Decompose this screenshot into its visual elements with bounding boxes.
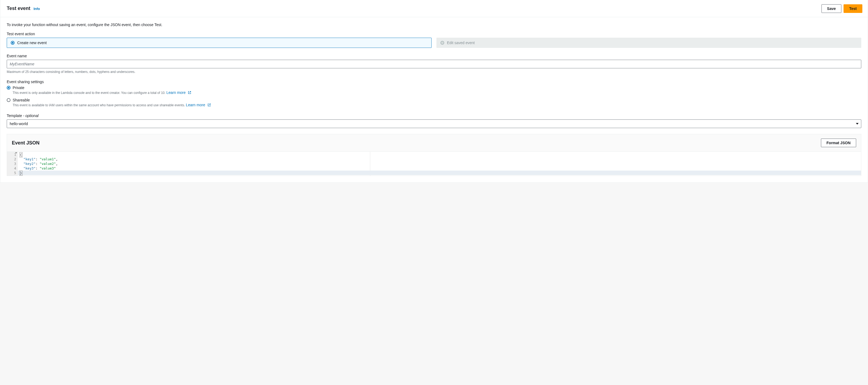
json-colon: : <box>35 157 39 161</box>
code-line: "key2": "value2", <box>19 161 859 166</box>
chevron-down-icon <box>856 123 859 124</box>
sharing-private-option[interactable]: Private <box>7 86 861 90</box>
template-label-text: Template <box>7 114 22 118</box>
radio-unchecked-icon <box>7 98 10 102</box>
gutter-line: 2 <box>7 157 16 161</box>
sharing-shareable-label: Shareable <box>13 98 30 102</box>
json-key: "key1" <box>23 157 35 161</box>
save-button[interactable]: Save <box>822 4 842 13</box>
test-button[interactable]: Test <box>843 4 862 13</box>
sharing-shareable-learn-more[interactable]: Learn more <box>186 103 211 107</box>
json-colon: : <box>35 166 39 170</box>
event-json-header: Event JSON Format JSON <box>7 134 861 152</box>
gutter-line: 4 <box>7 166 16 171</box>
sharing-shareable-desc-text: This event is available to IAM users wit… <box>13 103 186 107</box>
learn-more-label: Learn more <box>166 90 186 95</box>
intro-text: To invoke your function without saving a… <box>7 23 861 27</box>
page-title: Test event <box>7 6 30 11</box>
code-line: "key3": "value3" <box>19 166 859 171</box>
template-select[interactable]: hello-world <box>7 119 861 128</box>
gutter-line: 3 <box>7 161 16 166</box>
test-event-action-section: Test event action Create new event Edit … <box>7 32 861 48</box>
template-select-value: hello-world <box>10 122 28 126</box>
json-colon: : <box>35 162 39 166</box>
event-name-hint: Maximum of 25 characters consisting of l… <box>7 70 861 74</box>
event-name-section: Event name Maximum of 25 characters cons… <box>7 54 861 74</box>
panel-header-left: Test event Info <box>7 6 40 11</box>
sharing-private-learn-more[interactable]: Learn more <box>166 90 191 95</box>
action-edit-saved-event: Edit saved event <box>436 38 861 48</box>
external-link-icon <box>207 103 211 108</box>
info-link[interactable]: Info <box>34 7 40 11</box>
event-sharing-section: Event sharing settings Private This even… <box>7 80 861 108</box>
template-label: Template - optional <box>7 114 861 118</box>
event-json-editor[interactable]: 1 2 3 4 5 { "key1": "value1", "key2": "v… <box>7 152 861 176</box>
event-json-panel: Event JSON Format JSON 1 2 3 4 5 { "key1… <box>7 134 861 176</box>
gutter-line: 1 <box>7 152 16 157</box>
radio-checked-icon <box>11 41 14 45</box>
action-segmented: Create new event Edit saved event <box>7 38 861 48</box>
sharing-private-desc-text: This event is only available in the Lamb… <box>13 91 166 95</box>
json-comma: , <box>56 162 58 166</box>
json-key: "key3" <box>23 166 35 170</box>
json-value: "value1" <box>39 157 56 161</box>
json-value: "value2" <box>39 162 56 166</box>
radio-checked-icon <box>7 86 10 90</box>
template-section: Template - optional hello-world <box>7 114 861 128</box>
brace-close: } <box>19 171 23 176</box>
sharing-shareable-desc: This event is available to IAM users wit… <box>13 103 861 108</box>
action-create-label: Create new event <box>17 41 47 45</box>
event-json-title: Event JSON <box>12 140 39 146</box>
code-line: { <box>19 152 859 157</box>
panel-header: Test event Info Save Test <box>0 0 868 17</box>
sharing-private-desc: This event is only available in the Lamb… <box>13 90 861 95</box>
event-name-label: Event name <box>7 54 861 58</box>
sharing-private-label: Private <box>13 86 25 90</box>
action-edit-label: Edit saved event <box>447 41 475 45</box>
json-value: "value3" <box>39 166 56 170</box>
gutter-line: 5 <box>7 171 16 175</box>
external-link-icon <box>188 91 191 95</box>
editor-code[interactable]: { "key1": "value1", "key2": "value2", "k… <box>18 152 861 176</box>
sharing-shareable-option[interactable]: Shareable <box>7 98 861 102</box>
editor-gutter: 1 2 3 4 5 <box>7 152 18 176</box>
json-key: "key2" <box>23 162 35 166</box>
panel-header-actions: Save Test <box>822 4 862 13</box>
event-sharing-label: Event sharing settings <box>7 80 861 84</box>
action-create-new-event[interactable]: Create new event <box>7 38 432 48</box>
test-event-action-label: Test event action <box>7 32 861 36</box>
format-json-button[interactable]: Format JSON <box>821 139 856 147</box>
json-comma: , <box>56 157 58 161</box>
code-line: "key1": "value1", <box>19 157 859 161</box>
learn-more-label: Learn more <box>186 103 205 107</box>
test-event-form: To invoke your function without saving a… <box>0 17 868 183</box>
event-name-input[interactable] <box>7 60 861 68</box>
fold-caret-icon[interactable] <box>15 152 17 154</box>
radio-disabled-icon <box>440 41 444 45</box>
template-optional: - optional <box>22 114 38 118</box>
code-line: } <box>18 171 861 175</box>
